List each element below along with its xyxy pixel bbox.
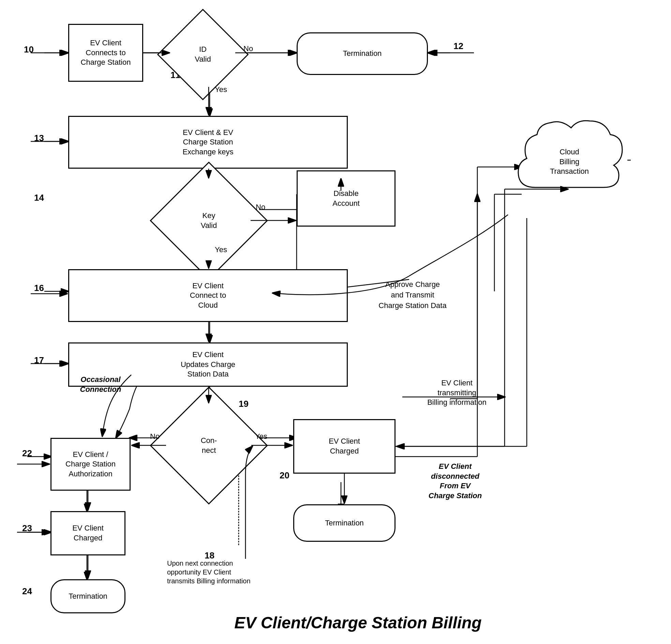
label-no-id: No: [243, 44, 253, 53]
label-13: 13: [34, 133, 44, 143]
label-occasional-connection: OccasionalConnection: [53, 375, 148, 394]
node-authorization: EV Client /Charge StationAuthorization: [50, 438, 130, 491]
label-16: 16: [34, 283, 44, 293]
node-disable-account: DisableAccount: [296, 170, 395, 227]
label-ev-transmitting: EV ClienttransmittingBilling information: [402, 378, 511, 408]
label-12: 12: [454, 41, 463, 51]
label-22: 22: [22, 448, 32, 459]
node-ev-charged-23: EV ClientCharged: [50, 511, 126, 555]
label-upon-next: Upon next connectionopportunity EV Clien…: [167, 559, 331, 585]
node-connect-cloud: EV ClientConnect toCloud: [68, 269, 348, 322]
node-ev-connects: EV ClientConnects toCharge Station: [68, 24, 143, 82]
label-10: 10: [24, 44, 34, 55]
page-title: EV Client/Charge Station Billing: [170, 613, 545, 632]
label-no-key: No: [256, 203, 265, 211]
label-24: 24: [22, 586, 32, 597]
node-cloud-billing: CloudBillingTransaction: [508, 113, 628, 211]
label-14: 14: [34, 193, 44, 203]
label-23: 23: [22, 523, 32, 533]
node-ev-charged-right: EV ClientCharged: [293, 419, 395, 474]
node-termination-20: Termination: [293, 504, 395, 542]
label-yes-connect: Yes: [255, 432, 267, 441]
node-termination-24: Termination: [50, 579, 126, 613]
node-id-valid: IDValid: [170, 22, 235, 87]
label-17: 17: [34, 355, 44, 365]
label-approve-charge: Approve Chargeand TransmitCharge Station…: [348, 280, 477, 311]
label-20: 20: [280, 470, 290, 481]
label-ev-disconnected: EV ClientdisconnectedFrom EVCharge Stati…: [401, 462, 510, 501]
node-key-valid: KeyValid: [167, 179, 251, 262]
node-connect-diamond: Con-nect: [167, 404, 251, 487]
label-no-connect: No: [150, 432, 160, 441]
node-exchange-keys: EV Client & EVCharge StationExchange key…: [68, 116, 348, 169]
node-termination-12: Termination: [296, 33, 428, 75]
